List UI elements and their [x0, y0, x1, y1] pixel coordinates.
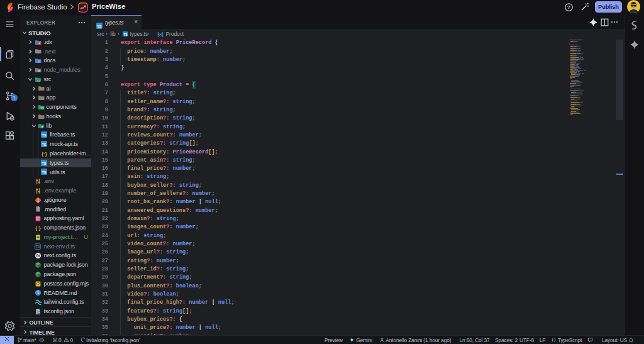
svg-text:TS: TS: [42, 133, 46, 137]
svg-text:{·}: {·}: [35, 225, 40, 231]
svg-text:TS: TS: [97, 24, 101, 28]
svg-text:TS: TS: [42, 161, 46, 165]
svg-text:TS: TS: [123, 32, 128, 36]
svg-text:{·}: {·}: [42, 151, 47, 157]
svg-text:ts: ts: [38, 311, 40, 314]
svg-text:TS: TS: [36, 245, 40, 248]
svg-text:TS: TS: [42, 143, 46, 147]
svg-text:?: ?: [567, 4, 570, 10]
svg-text:<>: <>: [37, 79, 41, 82]
svg-text:TS: TS: [42, 170, 46, 174]
